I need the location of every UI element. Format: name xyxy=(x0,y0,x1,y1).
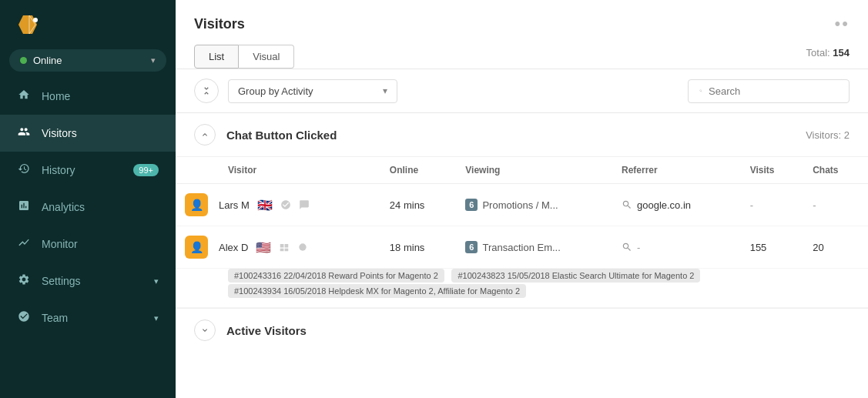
visitor-cell-alex: 👤 Alex D 🇺🇸 xyxy=(176,226,380,269)
online-time-lars: 24 mins xyxy=(380,184,456,226)
group-visitors-count: Visitors: 2 xyxy=(806,129,850,141)
settings-icon xyxy=(17,273,31,289)
referrer-value-alex: - xyxy=(637,242,640,253)
group-by-dropdown[interactable]: Group by Activity ▾ xyxy=(228,79,397,103)
more-options-icon[interactable]: •• xyxy=(835,14,850,34)
page-badge-lars: 6 xyxy=(465,199,478,211)
flag-us-icon: 🇺🇸 xyxy=(256,240,271,255)
visitors-table: Visitor Online Viewing Referrer Visits C… xyxy=(176,157,868,308)
viewing-lars: 6 Promotions / M... xyxy=(456,184,612,226)
col-viewing: Viewing xyxy=(456,157,612,184)
viewing-alex: 6 Transaction Em... xyxy=(456,226,612,269)
tag-pill-1: #100243823 15/05/2018 Elastic Search Ult… xyxy=(451,269,700,283)
group-by-label: Group by Activity xyxy=(238,85,377,97)
tab-list[interactable]: List xyxy=(194,45,239,69)
referrer-icon-alex xyxy=(622,242,632,253)
svg-point-3 xyxy=(300,243,307,250)
page-header: Visitors •• List Visual Total: 154 xyxy=(176,0,868,69)
referrer-lars: google.co.in xyxy=(612,184,741,226)
search-icon xyxy=(699,85,702,96)
referrer-alex: - xyxy=(612,226,741,269)
sidebar-item-monitor[interactable]: Monitor xyxy=(0,226,176,263)
table-header: Visitor Online Viewing Referrer Visits C… xyxy=(176,157,868,184)
online-label: Online xyxy=(33,55,151,66)
col-visitor: Visitor xyxy=(176,157,380,184)
sidebar-item-settings[interactable]: Settings ▾ xyxy=(0,263,176,299)
visitor-status-icon xyxy=(280,199,291,210)
sidebar-item-label: Settings xyxy=(42,275,81,287)
svg-point-2 xyxy=(33,18,38,22)
toolbar: Group by Activity ▾ xyxy=(176,69,868,113)
expand-active-button[interactable] xyxy=(194,319,216,341)
visitor-avatar-alex: 👤 xyxy=(185,236,208,259)
active-visitors-section: Active Visitors xyxy=(176,308,868,352)
online-time-alex: 18 mins xyxy=(380,226,456,269)
total-number: 154 xyxy=(833,47,850,59)
main-content: Visitors •• List Visual Total: 154 Group… xyxy=(176,0,868,398)
chats-alex: 20 xyxy=(803,226,868,269)
visitor-status2-icon xyxy=(297,242,308,253)
visitor-row-lars[interactable]: 👤 Lars M 🇬🇧 24 mins 6 Promotions / M... xyxy=(176,184,868,226)
dropdown-chevron-icon: ▾ xyxy=(383,85,387,96)
search-box[interactable] xyxy=(688,79,850,103)
visitor-cell-lars: 👤 Lars M 🇬🇧 xyxy=(176,184,380,226)
sidebar-item-home[interactable]: Home xyxy=(0,78,176,115)
flag-uk-icon: 🇬🇧 xyxy=(257,198,273,212)
visits-alex: 155 xyxy=(741,226,804,269)
visitor-windows-icon xyxy=(279,242,290,253)
title-row: Visitors •• xyxy=(194,14,850,34)
tab-visual[interactable]: Visual xyxy=(239,45,294,69)
group-collapse-button[interactable] xyxy=(194,124,216,145)
page-badge-alex: 6 xyxy=(465,241,478,253)
visitor-name-alex: Alex D xyxy=(219,242,248,253)
active-section-header: Active Visitors xyxy=(176,309,868,352)
monitor-icon xyxy=(17,236,31,252)
visitor-row-alex[interactable]: 👤 Alex D 🇺🇸 18 mins 6 Transaction Em... xyxy=(176,226,868,269)
chevron-down-icon: ▾ xyxy=(154,313,159,323)
sidebar-item-team[interactable]: Team ▾ xyxy=(0,299,176,336)
sidebar-nav: Home Visitors History 99+ Analytics xyxy=(0,78,176,398)
online-indicator xyxy=(20,57,27,64)
team-icon xyxy=(17,310,31,326)
col-online: Online xyxy=(380,157,456,184)
chevron-down-icon: ▾ xyxy=(154,276,159,286)
referrer-icon-lars xyxy=(622,199,632,210)
sidebar-item-analytics[interactable]: Analytics xyxy=(0,189,176,226)
visits-lars: - xyxy=(741,184,804,226)
referrer-value-lars: google.co.in xyxy=(637,199,691,211)
active-visitors-title: Active Visitors xyxy=(226,324,307,337)
sidebar-item-label: Monitor xyxy=(42,238,78,250)
col-referrer: Referrer xyxy=(612,157,741,184)
collapse-all-button[interactable] xyxy=(194,79,219,103)
visitor-tags-row-alex: #100243316 22/04/2018 Reward Points for … xyxy=(176,269,868,308)
page-title: Visitors xyxy=(194,16,245,32)
home-icon xyxy=(17,89,31,104)
group-chat-clicked: Chat Button Clicked Visitors: 2 xyxy=(176,113,868,157)
visitor-tags-cell: #100243316 22/04/2018 Reward Points for … xyxy=(176,269,868,308)
sidebar-item-label: Team xyxy=(42,312,68,324)
chevron-down-icon: ▾ xyxy=(151,55,156,65)
online-status-badge[interactable]: Online ▾ xyxy=(9,49,166,72)
tabs-row: List Visual Total: 154 xyxy=(194,45,850,69)
chats-lars: - xyxy=(803,184,868,226)
page-name-lars: Promotions / M... xyxy=(482,199,558,211)
sidebar-item-label: Analytics xyxy=(42,201,85,213)
sidebar: Online ▾ Home Visitors History 99+ xyxy=(0,0,176,398)
search-input[interactable] xyxy=(709,85,838,97)
history-icon xyxy=(17,162,31,178)
sidebar-item-visitors[interactable]: Visitors xyxy=(0,115,176,152)
total-count-label: Total: 154 xyxy=(806,47,850,66)
sidebar-item-label: History xyxy=(42,164,75,176)
logo-area xyxy=(0,0,176,49)
sidebar-item-label: Visitors xyxy=(42,127,77,139)
visitor-chat-icon xyxy=(299,199,310,210)
view-tabs: List Visual xyxy=(194,45,294,69)
visitors-icon xyxy=(17,125,31,141)
sidebar-item-history[interactable]: History 99+ xyxy=(0,152,176,189)
logo-icon xyxy=(15,14,40,35)
col-visits: Visits xyxy=(741,157,804,184)
tag-pill-0: #100243316 22/04/2018 Reward Points for … xyxy=(228,269,444,283)
analytics-icon xyxy=(17,199,31,215)
history-badge: 99+ xyxy=(133,164,159,176)
visitor-avatar-lars: 👤 xyxy=(185,193,208,216)
